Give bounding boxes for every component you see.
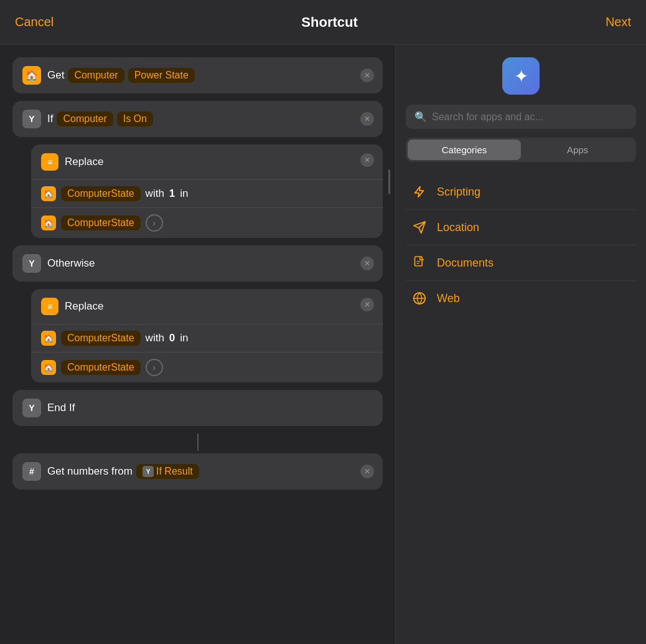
y-icon: Y	[22, 110, 41, 128]
web-label: Web	[437, 292, 460, 305]
close-button[interactable]: ✕	[360, 257, 374, 270]
computer-state-pill-2[interactable]: ComputerState	[61, 215, 141, 230]
search-input[interactable]	[432, 111, 627, 123]
action-block-get-numbers[interactable]: # Get numbers from Y If Result ✕	[12, 453, 383, 490]
header: Cancel Shortcut Next	[0, 0, 646, 45]
documents-icon	[411, 254, 428, 272]
if-text: If	[47, 113, 53, 125]
home-icon: 🏠	[22, 66, 41, 85]
with-text-2: with	[146, 332, 164, 344]
end-if-text: End If	[47, 402, 75, 414]
doc-icon: ≡	[41, 153, 59, 171]
scripting-icon	[411, 183, 428, 201]
chevron-icon-2[interactable]: ›	[146, 359, 163, 376]
close-button-2[interactable]: ✕	[360, 298, 374, 311]
shortcut-icon: ✦	[514, 66, 528, 87]
tab-switcher: Categories Apps	[406, 138, 636, 162]
category-location[interactable]: Location	[406, 210, 636, 245]
cancel-button[interactable]: Cancel	[15, 15, 54, 29]
block-content: Otherwise	[47, 257, 373, 270]
shortcut-icon-box: ✦	[502, 57, 540, 95]
home-icon: 🏠	[41, 215, 56, 230]
replace-label-2: Replace	[65, 300, 103, 313]
computer-state-pill-3[interactable]: ComputerState	[61, 331, 141, 346]
next-button[interactable]: Next	[606, 15, 631, 29]
y-small-icon: Y	[143, 466, 154, 477]
action-block-otherwise[interactable]: Y Otherwise ✕	[12, 245, 383, 282]
home-icon: 🏠	[41, 360, 56, 375]
scroll-indicator	[388, 169, 390, 194]
close-button[interactable]: ✕	[360, 465, 374, 478]
in-text: in	[180, 187, 188, 200]
action-block-get-computer[interactable]: 🏠 Get Computer Power State ✕	[12, 57, 383, 93]
value-0: 0	[169, 332, 175, 344]
divider	[197, 433, 199, 451]
home-icon: 🏠	[41, 331, 56, 346]
replace-header: ≡ Replace ✕	[31, 144, 383, 180]
search-icon: 🔍	[414, 111, 427, 123]
category-web[interactable]: Web	[406, 281, 636, 316]
replace-label: Replace	[65, 156, 103, 168]
tab-apps[interactable]: Apps	[521, 140, 634, 160]
y-icon: Y	[22, 254, 41, 273]
category-documents[interactable]: Documents	[406, 245, 636, 281]
location-icon	[411, 219, 428, 236]
replace-block-2[interactable]: ≡ Replace ✕ 🏠 ComputerState with 0 in 🏠 …	[31, 289, 383, 382]
computer-state-pill[interactable]: ComputerState	[61, 186, 141, 201]
categories-list: Scripting Location Docum	[406, 174, 636, 316]
chevron-icon[interactable]: ›	[146, 214, 163, 232]
block-content: Get Computer Power State	[47, 68, 373, 83]
page-title: Shortcut	[301, 14, 357, 31]
replace-block-1[interactable]: ≡ Replace ✕ 🏠 ComputerState with 1 in 🏠 …	[31, 144, 383, 238]
block-content: If Computer Is On	[47, 111, 373, 126]
scripting-label: Scripting	[437, 186, 480, 199]
workflow-panel: 🏠 Get Computer Power State ✕ Y If Comput…	[0, 45, 395, 644]
search-bar[interactable]: 🔍	[406, 105, 636, 129]
value-1: 1	[169, 187, 175, 200]
computer-state-pill-4[interactable]: ComputerState	[61, 360, 141, 375]
doc-icon-2: ≡	[41, 298, 59, 315]
home-icon: 🏠	[41, 186, 56, 201]
main-layout: 🏠 Get Computer Power State ✕ Y If Comput…	[0, 45, 646, 644]
block-content: Get numbers from Y If Result	[47, 464, 373, 479]
replace-row-3: 🏠 ComputerState with 0 in	[31, 324, 383, 353]
location-label: Location	[437, 221, 479, 234]
power-state-pill[interactable]: Power State	[128, 68, 195, 83]
replace-row-2: 🏠 ComputerState ›	[31, 208, 383, 238]
action-block-end-if[interactable]: Y End If	[12, 390, 383, 426]
get-numbers-text: Get numbers from	[47, 465, 133, 478]
actions-panel: ✦ 🔍 Categories Apps Scripting	[395, 45, 646, 644]
computer-pill[interactable]: Computer	[68, 68, 124, 83]
with-text: with	[146, 187, 164, 200]
if-result-text: If Result	[156, 466, 193, 477]
hash-icon: #	[22, 462, 41, 481]
replace-row-1: 🏠 ComputerState with 1 in	[31, 180, 383, 208]
tab-categories[interactable]: Categories	[408, 140, 521, 160]
close-button[interactable]: ✕	[360, 69, 374, 82]
close-button[interactable]: ✕	[360, 153, 374, 167]
category-scripting[interactable]: Scripting	[406, 174, 636, 210]
close-button[interactable]: ✕	[360, 112, 374, 126]
web-icon	[411, 290, 428, 307]
get-text: Get	[47, 69, 64, 82]
action-block-if-computer[interactable]: Y If Computer Is On ✕	[12, 101, 383, 137]
computer-pill[interactable]: Computer	[57, 111, 113, 126]
replace-row-4: 🏠 ComputerState ›	[31, 353, 383, 382]
in-text-2: in	[180, 332, 188, 344]
otherwise-text: Otherwise	[47, 257, 95, 270]
y-icon: Y	[22, 399, 41, 417]
is-on-pill[interactable]: Is On	[117, 111, 153, 126]
replace-header-2: ≡ Replace ✕	[31, 289, 383, 324]
documents-label: Documents	[437, 257, 494, 270]
block-content: End If	[47, 402, 373, 414]
